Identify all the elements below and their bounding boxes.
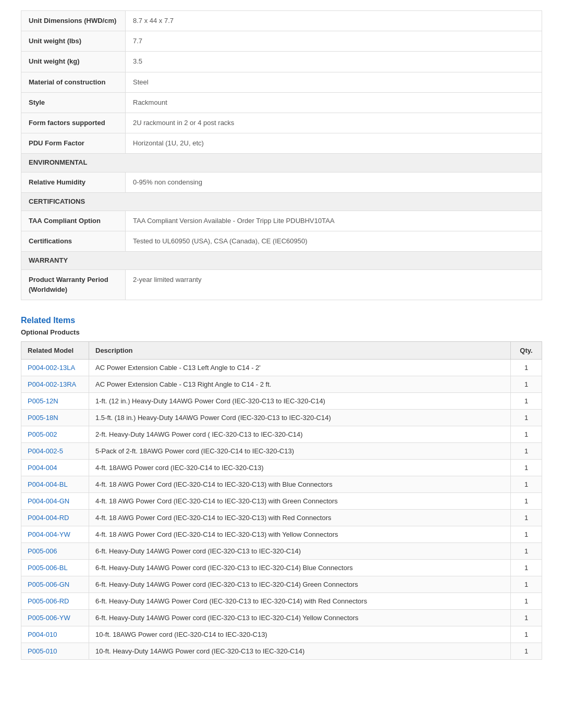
related-description-8: 4-ft. 18 AWG Power Cord (IEC-320-C14 to … — [89, 492, 511, 509]
related-model-link-12[interactable]: P005-006-BL — [28, 564, 68, 572]
related-model-link-6[interactable]: P004-004 — [28, 464, 57, 472]
related-model-link-16[interactable]: P004-010 — [28, 631, 57, 638]
related-item-row: P005-01010-ft. Heavy-Duty 14AWG Power co… — [21, 643, 542, 659]
related-model-5[interactable]: P004-002-5 — [21, 442, 89, 459]
related-qty-13: 1 — [511, 576, 542, 593]
related-qty-4: 1 — [511, 426, 542, 442]
spec-label-8: Relative Humidity — [21, 172, 126, 192]
related-description-4: 2-ft. Heavy-Duty 14AWG Power cord ( IEC-… — [89, 426, 511, 442]
related-item-row: P005-006-YW6-ft. Heavy-Duty 14AWG Power … — [21, 609, 542, 626]
spec-label-3: Material of construction — [21, 72, 126, 92]
related-items-title: Related Items — [21, 316, 542, 325]
related-item-row: P004-002-13LAAC Power Extension Cable - … — [21, 359, 542, 376]
related-model-link-4[interactable]: P005-002 — [28, 430, 57, 438]
related-items-table: Related Model Description Qty. P004-002-… — [21, 341, 542, 660]
related-description-5: 5-Pack of 2-ft. 18AWG Power cord (IEC-32… — [89, 442, 511, 459]
related-model-8[interactable]: P004-004-GN — [21, 492, 89, 509]
spec-label-13: Product Warranty Period (Worldwide) — [21, 270, 126, 300]
related-qty-2: 1 — [511, 392, 542, 409]
related-description-16: 10-ft. 18AWG Power cord (IEC-320-C14 to … — [89, 626, 511, 643]
related-model-15[interactable]: P005-006-YW — [21, 609, 89, 626]
related-description-14: 6-ft. Heavy-Duty 14AWG Power Cord (IEC-3… — [89, 593, 511, 609]
section-header-warranty: WARRANTY — [21, 252, 542, 270]
related-description-1: AC Power Extension Cable - C13 Right Ang… — [89, 376, 511, 392]
related-model-11[interactable]: P005-006 — [21, 542, 89, 559]
related-model-17[interactable]: P005-010 — [21, 643, 89, 659]
spec-label-10: TAA Compliant Option — [21, 211, 126, 231]
related-model-12[interactable]: P005-006-BL — [21, 559, 89, 576]
spec-label-4: Style — [21, 92, 126, 113]
spec-value-10: TAA Compliant Version Available - Order … — [126, 211, 542, 231]
related-model-link-15[interactable]: P005-006-YW — [28, 614, 70, 622]
related-description-12: 6-ft. Heavy-Duty 14AWG Power cord (IEC-3… — [89, 559, 511, 576]
related-item-row: P005-0022-ft. Heavy-Duty 14AWG Power cor… — [21, 426, 542, 442]
section-header-certifications: CERTIFICATIONS — [21, 192, 542, 211]
related-qty-3: 1 — [511, 409, 542, 426]
related-qty-9: 1 — [511, 509, 542, 526]
related-model-link-10[interactable]: P004-004-YW — [28, 530, 70, 538]
related-model-16[interactable]: P004-010 — [21, 626, 89, 643]
spec-value-4: Rackmount — [126, 92, 542, 113]
related-item-row: P005-006-BL6-ft. Heavy-Duty 14AWG Power … — [21, 559, 542, 576]
related-qty-6: 1 — [511, 459, 542, 476]
related-qty-17: 1 — [511, 643, 542, 659]
related-model-link-5[interactable]: P004-002-5 — [28, 447, 63, 455]
related-qty-0: 1 — [511, 359, 542, 376]
spec-label-11: Certifications — [21, 231, 126, 252]
spec-value-11: Tested to UL60950 (USA), CSA (Canada), C… — [126, 231, 542, 252]
section-header-environmental: ENVIRONMENTAL — [21, 154, 542, 172]
related-item-row: P005-006-RD6-ft. Heavy-Duty 14AWG Power … — [21, 593, 542, 609]
related-qty-12: 1 — [511, 559, 542, 576]
related-model-9[interactable]: P004-004-RD — [21, 509, 89, 526]
related-qty-5: 1 — [511, 442, 542, 459]
related-qty-14: 1 — [511, 593, 542, 609]
related-model-link-8[interactable]: P004-004-GN — [28, 497, 69, 505]
related-model-0[interactable]: P004-002-13LA — [21, 359, 89, 376]
spec-value-13: 2-year limited warranty — [126, 270, 542, 300]
related-description-13: 6-ft. Heavy-Duty 14AWG Power cord (IEC-3… — [89, 576, 511, 593]
related-description-15: 6-ft. Heavy-Duty 14AWG Power cord (IEC-3… — [89, 609, 511, 626]
related-description-0: AC Power Extension Cable - C13 Left Angl… — [89, 359, 511, 376]
related-model-link-11[interactable]: P005-006 — [28, 547, 57, 555]
related-model-2[interactable]: P005-12N — [21, 392, 89, 409]
related-model-link-13[interactable]: P005-006-GN — [28, 581, 69, 588]
related-model-link-1[interactable]: P004-002-13RA — [28, 380, 76, 388]
related-model-link-2[interactable]: P005-12N — [28, 397, 58, 405]
spec-value-6: Horizontal (1U, 2U, etc) — [126, 133, 542, 154]
related-item-row: P004-01010-ft. 18AWG Power cord (IEC-320… — [21, 626, 542, 643]
spec-value-1: 7.7 — [126, 31, 542, 52]
related-description-3: 1.5-ft. (18 in.) Heavy-Duty 14AWG Power … — [89, 409, 511, 426]
related-item-row: P004-004-RD4-ft. 18 AWG Power Cord (IEC-… — [21, 509, 542, 526]
related-model-13[interactable]: P005-006-GN — [21, 576, 89, 593]
related-model-4[interactable]: P005-002 — [21, 426, 89, 442]
col-header-description: Description — [89, 341, 511, 359]
related-model-link-17[interactable]: P005-010 — [28, 647, 57, 655]
related-model-1[interactable]: P004-002-13RA — [21, 376, 89, 392]
related-model-link-7[interactable]: P004-004-BL — [28, 480, 68, 488]
related-model-link-14[interactable]: P005-006-RD — [28, 597, 69, 605]
related-items-section: Related Items Optional Products Related … — [21, 316, 542, 660]
related-qty-7: 1 — [511, 476, 542, 492]
related-qty-8: 1 — [511, 492, 542, 509]
related-model-10[interactable]: P004-004-YW — [21, 526, 89, 542]
related-model-6[interactable]: P004-004 — [21, 459, 89, 476]
col-header-model: Related Model — [21, 341, 89, 359]
related-description-11: 6-ft. Heavy-Duty 14AWG Power cord (IEC-3… — [89, 542, 511, 559]
related-model-link-0[interactable]: P004-002-13LA — [28, 364, 75, 372]
related-description-10: 4-ft. 18 AWG Power Cord (IEC-320-C14 to … — [89, 526, 511, 542]
related-qty-1: 1 — [511, 376, 542, 392]
related-item-row: P004-002-55-Pack of 2-ft. 18AWG Power co… — [21, 442, 542, 459]
related-item-row: P004-0044-ft. 18AWG Power cord (IEC-320-… — [21, 459, 542, 476]
related-item-row: P005-18N1.5-ft. (18 in.) Heavy-Duty 14AW… — [21, 409, 542, 426]
related-qty-15: 1 — [511, 609, 542, 626]
related-item-row: P004-004-YW4-ft. 18 AWG Power Cord (IEC-… — [21, 526, 542, 542]
related-model-link-9[interactable]: P004-004-RD — [28, 514, 69, 522]
related-model-7[interactable]: P004-004-BL — [21, 476, 89, 492]
spec-label-1: Unit weight (lbs) — [21, 31, 126, 52]
related-qty-16: 1 — [511, 626, 542, 643]
related-model-link-3[interactable]: P005-18N — [28, 414, 58, 422]
specs-table: Unit Dimensions (HWD/cm)8.7 x 44 x 7.7Un… — [21, 10, 542, 300]
related-description-2: 1-ft. (12 in.) Heavy-Duty 14AWG Power Co… — [89, 392, 511, 409]
related-model-3[interactable]: P005-18N — [21, 409, 89, 426]
related-model-14[interactable]: P005-006-RD — [21, 593, 89, 609]
